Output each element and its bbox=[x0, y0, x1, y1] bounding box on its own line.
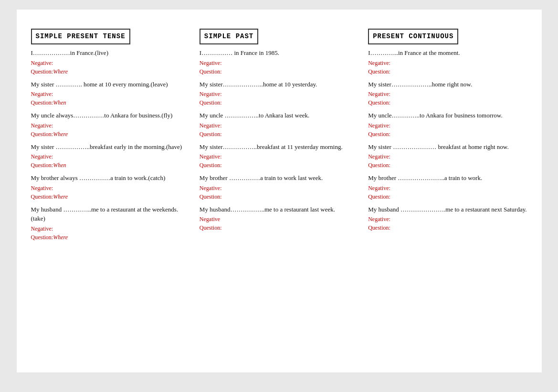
sentence-simple-past-0: I…………… in France in 1985. bbox=[200, 48, 358, 58]
question-simple-past-3: Question: bbox=[200, 161, 358, 170]
sentence-present-continuous-3: My sister ………………… breakfast at home righ… bbox=[368, 142, 527, 152]
question-simple-past-1: Question: bbox=[200, 98, 358, 107]
negative-present-continuous-2: Negative: bbox=[368, 121, 527, 130]
negative-simple-past-4: Negative: bbox=[200, 184, 358, 192]
block-simple-present-4: My brother always ……………a train to work.(… bbox=[31, 173, 190, 201]
negative-simple-past-2: Negative: bbox=[200, 121, 358, 130]
sentence-simple-present-3: My sister ……………..breakfast early in the … bbox=[31, 142, 190, 152]
question-present-continuous-3: Question: bbox=[368, 161, 527, 170]
block-simple-present-3: My sister ……………..breakfast early in the … bbox=[31, 142, 190, 170]
sentence-present-continuous-4: My brother …………………..a train to work. bbox=[368, 173, 527, 183]
negative-simple-present-4: Negative: bbox=[31, 184, 190, 192]
block-present-continuous-2: My uncle…………..to Ankara for business tom… bbox=[368, 111, 527, 138]
sentence-present-continuous-1: My sister………………..home right now. bbox=[368, 80, 527, 89]
sentence-simple-present-1: My sister …………. home at 10 every morning… bbox=[31, 80, 190, 89]
sentence-simple-present-0: I………………in France.(live) bbox=[31, 48, 190, 58]
question-simple-present-3: Question:When bbox=[31, 161, 190, 170]
question-present-continuous-0: Question: bbox=[368, 67, 527, 76]
sentence-simple-present-5: My husband …………..me to a restaurant at t… bbox=[31, 205, 190, 223]
block-present-continuous-4: My brother …………………..a train to work.Nega… bbox=[368, 173, 527, 201]
negative-simple-present-1: Negative: bbox=[31, 90, 190, 98]
sentence-simple-past-2: My uncle ……………..to Ankara last week. bbox=[200, 111, 358, 120]
block-simple-past-1: My sister………………..home at 10 yesterday.Ne… bbox=[200, 80, 358, 107]
question-simple-past-5: Question: bbox=[200, 223, 358, 232]
question-simple-past-2: Question: bbox=[200, 130, 358, 138]
sentence-present-continuous-0: I…………..in France at the moment. bbox=[368, 48, 527, 58]
sentence-simple-past-1: My sister………………..home at 10 yesterday. bbox=[200, 80, 358, 89]
column-simple-past: SIMPLE PASTI…………… in France in 1985.Nega… bbox=[200, 29, 358, 353]
column-simple-present: SIMPLE PRESENT TENSEI………………in France.(li… bbox=[31, 29, 190, 353]
negative-simple-past-1: Negative: bbox=[200, 90, 358, 98]
header-present-continuous: PRESENT CONTINUOUS bbox=[368, 29, 458, 44]
block-present-continuous-5: My husband ………………….me to a restaurant ne… bbox=[368, 205, 527, 233]
negative-simple-past-0: Negative: bbox=[200, 59, 358, 67]
question-simple-past-0: Question: bbox=[200, 67, 358, 76]
block-simple-past-4: My brother ……………a train to work last wee… bbox=[200, 173, 358, 201]
question-present-continuous-4: Question: bbox=[368, 192, 527, 201]
sentence-simple-present-2: My uncle always……………to Ankara for busine… bbox=[31, 111, 190, 120]
sentence-simple-past-4: My brother ……………a train to work last wee… bbox=[200, 173, 358, 183]
negative-simple-past-3: Negative: bbox=[200, 152, 358, 161]
negative-present-continuous-4: Negative: bbox=[368, 184, 527, 192]
negative-simple-present-0: Negative: bbox=[31, 59, 190, 67]
negative-simple-present-3: Negative: bbox=[31, 152, 190, 161]
column-present-continuous: PRESENT CONTINUOUSI…………..in France at th… bbox=[368, 29, 527, 353]
sentence-simple-present-4: My brother always ……………a train to work.(… bbox=[31, 173, 190, 183]
block-simple-present-0: I………………in France.(live)Negative:Question… bbox=[31, 48, 190, 76]
block-simple-present-5: My husband …………..me to a restaurant at t… bbox=[31, 205, 190, 242]
question-present-continuous-2: Question: bbox=[368, 130, 527, 138]
question-simple-present-2: Question:Where bbox=[31, 130, 190, 138]
question-simple-present-1: Question:When bbox=[31, 98, 190, 107]
block-present-continuous-3: My sister ………………… breakfast at home righ… bbox=[368, 142, 527, 170]
question-simple-present-5: Question:Where bbox=[31, 233, 190, 242]
question-simple-present-4: Question:Where bbox=[31, 192, 190, 201]
block-simple-present-1: My sister …………. home at 10 every morning… bbox=[31, 80, 190, 107]
question-present-continuous-5: Question: bbox=[368, 223, 527, 232]
block-simple-past-5: My husband……………..me to a restaurant last… bbox=[200, 205, 358, 233]
negative-present-continuous-1: Negative: bbox=[368, 90, 527, 98]
header-simple-past: SIMPLE PAST bbox=[200, 29, 258, 44]
block-simple-present-2: My uncle always……………to Ankara for busine… bbox=[31, 111, 190, 138]
block-simple-past-2: My uncle ……………..to Ankara last week.Nega… bbox=[200, 111, 358, 138]
negative-simple-past-5: Negative bbox=[200, 215, 358, 223]
block-simple-past-3: My sister……………..breakfast at 11 yesterda… bbox=[200, 142, 358, 170]
negative-present-continuous-3: Negative: bbox=[368, 152, 527, 161]
block-present-continuous-0: I…………..in France at the moment.Negative:… bbox=[368, 48, 527, 76]
question-present-continuous-1: Question: bbox=[368, 98, 527, 107]
sentence-present-continuous-5: My husband ………………….me to a restaurant ne… bbox=[368, 205, 527, 214]
negative-simple-present-5: Negative: bbox=[31, 224, 190, 233]
page: SIMPLE PRESENT TENSEI………………in France.(li… bbox=[17, 10, 542, 372]
question-simple-present-0: Question:Where bbox=[31, 67, 190, 76]
block-simple-past-0: I…………… in France in 1985.Negative:Questi… bbox=[200, 48, 358, 76]
negative-present-continuous-5: Negative: bbox=[368, 215, 527, 223]
negative-simple-present-2: Negative: bbox=[31, 121, 190, 130]
sentence-simple-past-3: My sister……………..breakfast at 11 yesterda… bbox=[200, 142, 358, 152]
negative-present-continuous-0: Negative: bbox=[368, 59, 527, 67]
question-simple-past-4: Question: bbox=[200, 192, 358, 201]
sentence-present-continuous-2: My uncle…………..to Ankara for business tom… bbox=[368, 111, 527, 120]
header-simple-present: SIMPLE PRESENT TENSE bbox=[31, 29, 130, 44]
sentence-simple-past-5: My husband……………..me to a restaurant last… bbox=[200, 205, 358, 214]
block-present-continuous-1: My sister………………..home right now.Negative… bbox=[368, 80, 527, 107]
